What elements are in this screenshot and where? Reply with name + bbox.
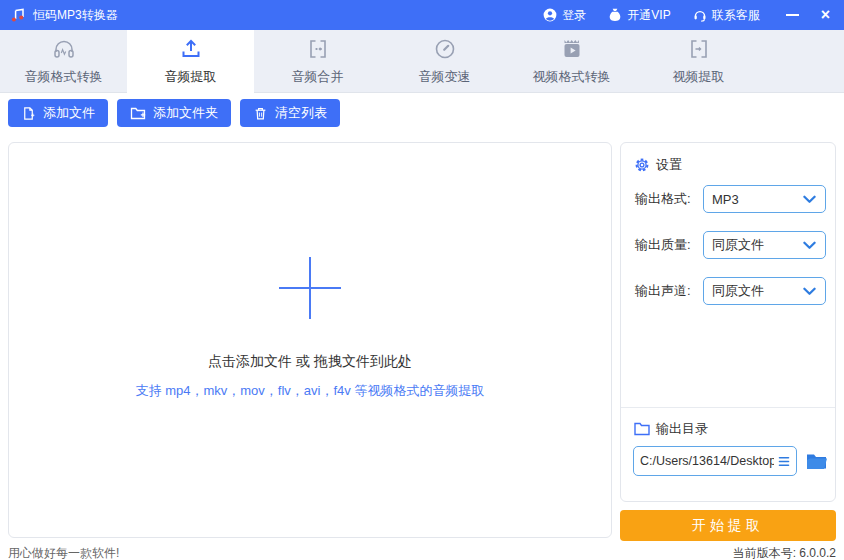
output-format-label: 输出格式: — [635, 190, 703, 208]
app-logo-icon — [10, 7, 27, 24]
tab-video-format-convert[interactable]: 视频格式转换 — [508, 30, 635, 92]
chevron-down-icon — [803, 287, 816, 296]
output-dir-label: 输出目录 — [656, 420, 708, 438]
add-folder-label: 添加文件夹 — [153, 104, 218, 122]
path-menu-icon[interactable] — [778, 456, 790, 467]
folder-plus-icon — [130, 106, 146, 121]
plus-icon — [275, 253, 345, 327]
tab-label: 视频提取 — [673, 68, 725, 86]
app-title: 恒码MP3转换器 — [33, 7, 118, 24]
footer-version: 当前版本号: 6.0.0.2 — [733, 545, 836, 560]
output-channel-row: 输出声道: 同原文件 — [635, 277, 826, 305]
tab-label: 音频变速 — [419, 68, 471, 86]
output-path-input[interactable]: C:/Users/13614/Desktop/恒 — [633, 446, 797, 476]
output-quality-value: 同原文件 — [712, 236, 764, 254]
vip-button[interactable]: 开通VIP — [608, 7, 670, 24]
add-file-label: 添加文件 — [43, 104, 95, 122]
start-extract-button[interactable]: 开始提取 — [620, 510, 836, 541]
merge-icon — [306, 37, 330, 61]
minimize-button[interactable] — [786, 0, 799, 30]
folder-filled-icon — [806, 453, 827, 470]
support-label: 联系客服 — [712, 7, 760, 24]
tab-label: 音频提取 — [165, 68, 217, 86]
dropzone[interactable]: 点击添加文件 或 拖拽文件到此处 支持 mp4，mkv，mov，flv，avi，… — [8, 142, 612, 538]
headphones-icon — [52, 37, 76, 61]
settings-panel: 设置 输出格式: MP3 输出质量: 同原文件 输出声道: 同原文件 — [620, 142, 836, 502]
output-path-value: C:/Users/13614/Desktop/恒 — [640, 453, 774, 470]
moneybag-icon — [608, 8, 622, 22]
tab-audio-format-convert[interactable]: 音频格式转换 — [0, 30, 127, 92]
chevron-down-icon — [803, 195, 816, 204]
tab-bar: 音频格式转换 音频提取 音频合并 — [0, 30, 844, 93]
support-button[interactable]: 联系客服 — [693, 7, 760, 24]
panel-divider — [621, 407, 835, 408]
chevron-down-icon — [803, 241, 816, 250]
clear-list-button[interactable]: 清空列表 — [240, 99, 340, 127]
video-extract-icon — [687, 37, 711, 61]
tab-audio-extract[interactable]: 音频提取 — [127, 30, 254, 92]
browse-folder-button[interactable] — [806, 453, 827, 470]
trash-icon — [253, 106, 268, 121]
output-dir-row: C:/Users/13614/Desktop/恒 — [633, 446, 827, 476]
video-icon — [560, 37, 584, 61]
output-quality-select[interactable]: 同原文件 — [703, 231, 826, 259]
titlebar: 恒码MP3转换器 登录 开通VIP — [0, 0, 844, 30]
login-label: 登录 — [562, 7, 586, 24]
output-format-value: MP3 — [712, 192, 739, 207]
upload-icon — [179, 37, 203, 61]
login-button[interactable]: 登录 — [543, 7, 586, 24]
tab-audio-speed[interactable]: 音频变速 — [381, 30, 508, 92]
tab-label: 音频格式转换 — [25, 68, 103, 86]
settings-header-label: 设置 — [656, 156, 682, 174]
output-format-select[interactable]: MP3 — [703, 185, 826, 213]
gear-icon — [634, 157, 650, 173]
vip-label: 开通VIP — [627, 7, 670, 24]
output-format-row: 输出格式: MP3 — [635, 185, 826, 213]
dropzone-supported-formats: 支持 mp4，mkv，mov，flv，avi，f4v 等视频格式的音频提取 — [136, 382, 485, 400]
folder-outline-icon — [634, 422, 650, 436]
tab-video-extract[interactable]: 视频提取 — [635, 30, 762, 92]
headset-icon — [693, 8, 707, 22]
speedometer-icon — [433, 37, 457, 61]
output-dir-header: 输出目录 — [634, 420, 708, 438]
tab-label: 音频合并 — [292, 68, 344, 86]
settings-header: 设置 — [634, 156, 682, 174]
tab-label: 视频格式转换 — [533, 68, 611, 86]
tab-audio-merge[interactable]: 音频合并 — [254, 30, 381, 92]
add-folder-button[interactable]: 添加文件夹 — [117, 99, 231, 127]
output-channel-select[interactable]: 同原文件 — [703, 277, 826, 305]
footer-slogan: 用心做好每一款软件! — [8, 545, 119, 560]
add-file-button[interactable]: 添加文件 — [8, 99, 108, 127]
clear-list-label: 清空列表 — [275, 104, 327, 122]
output-quality-label: 输出质量: — [635, 236, 703, 254]
output-quality-row: 输出质量: 同原文件 — [635, 231, 826, 259]
file-plus-icon — [21, 106, 36, 121]
close-button[interactable]: × — [821, 0, 830, 30]
output-channel-value: 同原文件 — [712, 282, 764, 300]
user-icon — [543, 8, 557, 22]
dropzone-hint: 点击添加文件 或 拖拽文件到此处 — [208, 353, 412, 371]
output-channel-label: 输出声道: — [635, 282, 703, 300]
toolbar: 添加文件 添加文件夹 清空列表 — [8, 99, 340, 127]
